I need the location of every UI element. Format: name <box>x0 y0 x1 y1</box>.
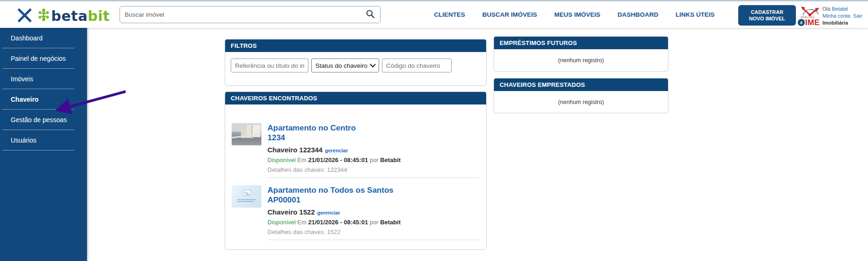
placeholder-text-line <box>237 199 256 200</box>
minha-conta-link[interactable]: Minha conta <box>822 13 850 19</box>
borrowed-keys-panel: CHAVEIROS EMPRESTADOS (nenhum registro) <box>494 78 668 113</box>
status-line: Disponível Em 21/01/2026 - 08:45:01 por … <box>267 219 480 226</box>
status-filter-select[interactable]: Status do chaveiro <box>311 59 379 72</box>
nav-clientes[interactable]: CLIENTES <box>434 11 465 18</box>
sidebar-item-usuarios[interactable]: Usuários <box>2 130 74 150</box>
sidebar-item-imoveis[interactable]: Imóveis <box>2 69 74 89</box>
user-greeting: Olá Betabit <box>822 6 862 13</box>
borrowed-keys-title: CHAVEIROS EMPRESTADOS <box>494 78 668 91</box>
key-details: Detalhes das chaves: 122344 <box>267 166 480 173</box>
nav-buscar-imoveis[interactable]: BUSCAR IMÓVEIS <box>482 11 537 18</box>
listing-divider <box>267 240 480 240</box>
cadastrar-novo-imovel-button[interactable]: CADASTRAR NOVO IMÓVEL <box>738 5 796 26</box>
results-list: Apartamento no Centro1234 Chaveiro 12234… <box>225 104 486 240</box>
listing-divider <box>267 177 480 178</box>
results-panel-title: CHAVEIROS ENCONTRADOS <box>225 92 486 104</box>
photo-icon <box>243 190 251 196</box>
property-photo-placeholder[interactable] <box>232 185 261 208</box>
nav-links-uteis[interactable]: LINKS ÚTEIS <box>675 11 714 18</box>
nav-meus-imoveis[interactable]: MEUS IMÓVEIS <box>554 11 601 18</box>
search-input[interactable] <box>120 11 361 18</box>
nav-dashboard[interactable]: DASHBOARD <box>618 11 659 18</box>
top-header: betabit CLIENTES BUSCAR IMÓVEIS MEUS IMÓ… <box>0 1 868 28</box>
betabit-logo-text: betabit <box>51 8 110 24</box>
borrowed-keys-empty: (nenhum registro) <box>494 91 668 113</box>
code-filter-input[interactable] <box>382 59 452 72</box>
key-details: Detalhes das chaves: 1522 <box>267 228 480 235</box>
notification-badge[interactable]: 0 <box>797 19 805 26</box>
listing-item: Apartamento no Todos os SantosAP00001 Ch… <box>232 185 480 240</box>
user-block: Olá Betabit Minha conta Sair Imobiliária <box>822 6 862 26</box>
placeholder-text-line <box>237 201 254 202</box>
property-photo-thumbnail[interactable] <box>232 123 261 145</box>
future-loans-empty: (nenhum registro) <box>494 49 668 72</box>
button-line2: NOVO IMÓVEL <box>749 16 785 21</box>
filters-panel: FILTROS Status do chaveiro <box>225 39 487 86</box>
sidebar-item-painel-de-negocios[interactable]: Painel de negócios <box>2 48 74 69</box>
results-panel: CHAVEIROS ENCONTRADOS Apartamento no Cen… <box>225 91 487 250</box>
future-loans-title: EMPRÉSTIMOS FUTUROS <box>494 37 668 49</box>
sidebar-item-dashboard[interactable]: Dashboard <box>2 28 74 48</box>
search-icon <box>366 9 375 20</box>
listing-body: Apartamento no Todos os SantosAP00001 Ch… <box>267 185 480 240</box>
key-line: Chaveiro 1522gerenciar <box>267 208 480 216</box>
betabit-logo[interactable]: betabit <box>38 7 110 25</box>
key-line: Chaveiro 122344gerenciar <box>267 146 480 154</box>
status-available: Disponível <box>267 219 296 226</box>
user-links: Minha conta Sair <box>822 13 862 20</box>
search-button[interactable] <box>361 7 380 23</box>
gerenciar-link[interactable]: gerenciar <box>317 210 341 215</box>
listing-item: Apartamento no Centro1234 Chaveiro 12234… <box>232 123 480 178</box>
username-link[interactable]: Betabit <box>832 6 848 12</box>
sidebar: Dashboard Painel de negócios Imóveis Cha… <box>0 28 87 261</box>
filters-body: Status do chaveiro <box>225 52 486 79</box>
listing-body: Apartamento no Centro1234 Chaveiro 12234… <box>267 123 480 178</box>
property-search <box>120 6 381 23</box>
filters-panel-title: FILTROS <box>225 39 486 52</box>
listing-title-link[interactable]: Apartamento no Centro1234 <box>267 123 480 143</box>
future-loans-panel: EMPRÉSTIMOS FUTUROS (nenhum registro) <box>494 36 668 72</box>
sidebar-item-gestao-de-pessoas[interactable]: Gestão de pessoas <box>2 110 74 130</box>
listing-title-link[interactable]: Apartamento no Todos os SantosAP00001 <box>267 185 480 205</box>
user-role: Imobiliária <box>822 20 862 26</box>
chevron-down-icon <box>370 62 376 69</box>
top-navigation: CLIENTES BUSCAR IMÓVEIS MEUS IMÓVEIS DAS… <box>434 1 714 28</box>
reference-filter-input[interactable] <box>231 59 308 72</box>
betabit-logo-icon <box>38 7 49 25</box>
status-line: Disponível Em 21/01/2026 - 08:45:01 por … <box>267 157 480 163</box>
sair-link[interactable]: Sair <box>853 13 862 19</box>
sidebar-item-chaveiro[interactable]: Chaveiro <box>2 89 74 110</box>
status-select-value: Status do chaveiro <box>315 62 370 69</box>
menu-close-icon[interactable] <box>17 7 33 23</box>
status-available: Disponível <box>267 157 296 163</box>
button-line1: CADASTRAR <box>751 9 783 15</box>
gerenciar-link[interactable]: gerenciar <box>325 148 348 153</box>
